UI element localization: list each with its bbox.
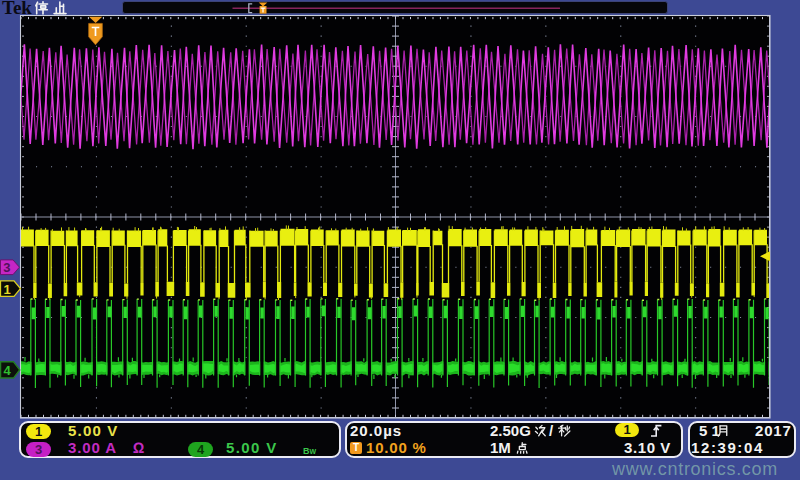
svg-text:3: 3	[3, 260, 10, 275]
svg-text:1: 1	[4, 282, 11, 297]
svg-text:4: 4	[4, 363, 12, 378]
